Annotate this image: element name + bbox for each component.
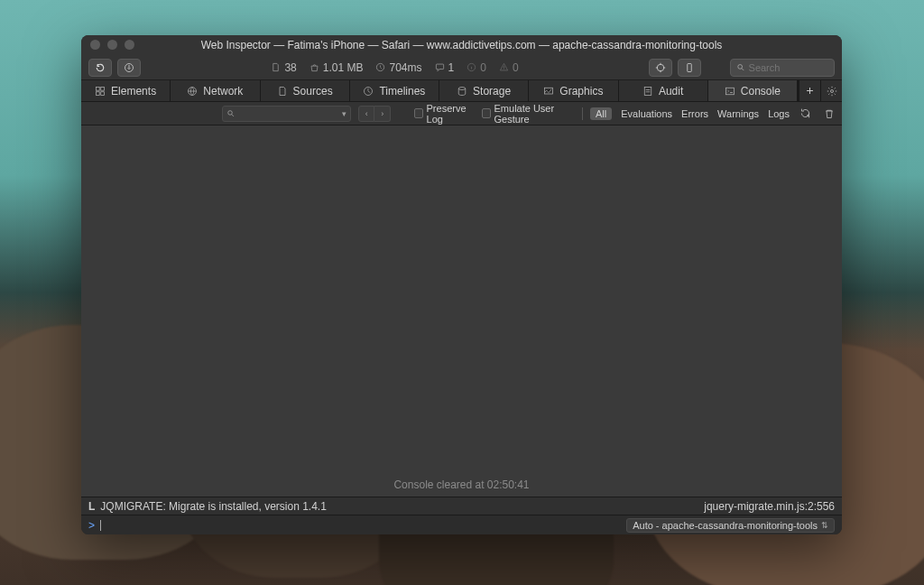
chevron-right-icon: ›	[381, 109, 383, 118]
device-button[interactable]	[678, 59, 701, 77]
svg-rect-2	[436, 64, 443, 70]
download-button[interactable]	[117, 59, 141, 77]
tab-storage[interactable]: Storage	[439, 80, 529, 101]
reload-console-button[interactable]	[799, 107, 813, 121]
console-input[interactable]	[106, 519, 621, 532]
tab-sources[interactable]: Sources	[261, 80, 350, 101]
log-entry[interactable]: L JQMIGRATE: Migrate is installed, versi…	[81, 497, 842, 515]
resources-count: 38	[284, 61, 296, 74]
log-message: JQMIGRATE: Migrate is installed, version…	[100, 500, 327, 513]
updown-icon: ⇅	[821, 521, 828, 530]
tab-timelines-label: Timelines	[379, 85, 425, 98]
tab-audit[interactable]: Audit	[619, 80, 708, 101]
gear-icon	[827, 86, 837, 97]
log-level-badge: L	[88, 500, 95, 513]
document-icon	[271, 62, 281, 72]
preserve-log-checkbox[interactable]: Preserve Log	[414, 103, 475, 125]
svg-point-6	[738, 65, 743, 70]
console-toolbar: ▾ ‹ › Preserve Log Emulate User Gesture …	[81, 102, 842, 125]
search-icon	[226, 108, 235, 118]
audit-icon	[642, 86, 653, 97]
timelines-icon	[363, 86, 374, 97]
preserve-log-label: Preserve Log	[427, 103, 476, 125]
metric-size: 1.01 MB	[310, 61, 364, 74]
level-errors[interactable]: Errors	[681, 108, 708, 119]
inspect-element-button[interactable]	[649, 59, 672, 77]
info-icon	[467, 62, 476, 72]
load-metrics: 38 1.01 MB 704ms 1 0 0	[271, 61, 518, 74]
prompt-cursor	[100, 520, 101, 531]
checkbox-icon	[482, 108, 490, 118]
warn-count: 0	[513, 61, 519, 74]
console-prompt: > Auto - apache-cassandra-monitoring-too…	[81, 515, 842, 534]
metric-info: 0	[467, 61, 486, 74]
search-icon	[736, 62, 745, 72]
toolbar: 38 1.01 MB 704ms 1 0 0	[81, 55, 842, 80]
clock-icon	[375, 62, 385, 72]
close-window-button[interactable]	[90, 40, 100, 50]
level-all[interactable]: All	[590, 107, 612, 120]
tab-bar: Elements Network Sources Timelines Stora…	[81, 80, 842, 102]
graphics-icon	[543, 86, 554, 97]
reload-button[interactable]	[88, 59, 112, 77]
message-icon	[435, 62, 445, 72]
level-evaluations[interactable]: Evaluations	[621, 108, 672, 119]
tab-timelines[interactable]: Timelines	[350, 80, 439, 101]
clear-console-button[interactable]	[822, 107, 836, 121]
filter-input[interactable]	[238, 108, 338, 119]
level-warnings[interactable]: Warnings	[717, 108, 759, 119]
zoom-window-button[interactable]	[125, 40, 134, 50]
tab-graphics[interactable]: Graphics	[529, 80, 618, 101]
refresh-icon	[799, 107, 811, 119]
window-controls	[90, 40, 134, 50]
device-icon	[684, 62, 695, 73]
metric-resources: 38	[271, 61, 296, 74]
reload-icon	[95, 62, 106, 73]
info-count: 0	[480, 61, 486, 74]
weight-icon	[310, 62, 319, 72]
tab-console[interactable]: Console	[708, 80, 798, 101]
svg-rect-5	[688, 63, 692, 71]
transfer-size: 1.01 MB	[323, 61, 364, 74]
svg-rect-10	[101, 91, 105, 95]
load-time: 704ms	[389, 61, 421, 74]
tab-graphics-label: Graphics	[559, 85, 603, 98]
next-result-button[interactable]: ›	[374, 106, 391, 122]
warning-icon	[499, 62, 509, 72]
tab-elements[interactable]: Elements	[81, 80, 171, 101]
svg-rect-7	[97, 87, 100, 90]
prev-result-button[interactable]: ‹	[358, 106, 374, 122]
tab-network-label: Network	[203, 85, 243, 98]
level-logs[interactable]: Logs	[768, 108, 790, 119]
trash-icon	[824, 108, 835, 119]
elements-icon	[95, 86, 106, 97]
sources-icon	[277, 86, 288, 97]
svg-rect-16	[725, 88, 734, 95]
svg-rect-8	[101, 87, 105, 90]
minimize-window-button[interactable]	[107, 40, 117, 50]
chevron-down-icon: ▾	[342, 109, 346, 118]
download-icon	[124, 62, 134, 73]
web-inspector-window: Web Inspector — Fatima's iPhone — Safari…	[81, 35, 842, 534]
svg-rect-15	[644, 87, 651, 95]
filter-field[interactable]: ▾	[222, 106, 351, 122]
chevron-left-icon: ‹	[365, 109, 368, 118]
tab-network[interactable]: Network	[171, 80, 260, 101]
window-title: Web Inspector — Fatima's iPhone — Safari…	[201, 39, 723, 51]
svg-rect-9	[97, 91, 100, 95]
search-input[interactable]	[749, 62, 828, 73]
emulate-gesture-checkbox[interactable]: Emulate User Gesture	[482, 103, 575, 125]
checkbox-icon	[414, 108, 422, 118]
new-tab-button[interactable]	[799, 80, 820, 101]
execution-context-selector[interactable]: Auto - apache-cassandra-monitoring-tools…	[626, 518, 835, 533]
titlebar: Web Inspector — Fatima's iPhone — Safari…	[81, 35, 842, 55]
settings-button[interactable]	[820, 80, 842, 101]
svg-point-13	[458, 87, 466, 89]
svg-point-18	[228, 111, 233, 116]
execution-context-label: Auto - apache-cassandra-monitoring-tools	[633, 520, 818, 531]
console-cleared-message: Console cleared at 02:50:41	[81, 478, 842, 491]
log-source-link[interactable]: jquery-migrate.min.js:2:556	[704, 500, 835, 513]
console-output[interactable]: Console cleared at 02:50:41	[81, 125, 842, 497]
search-field[interactable]	[730, 59, 835, 77]
tab-audit-label: Audit	[659, 85, 683, 98]
